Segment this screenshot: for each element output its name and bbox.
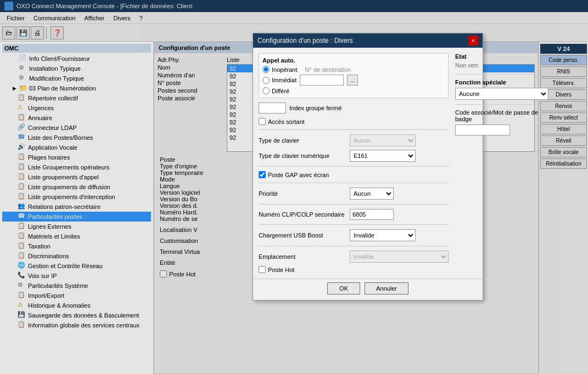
emplacement-label: Emplacement [259, 253, 346, 260]
poste-hot-option[interactable]: Poste Hot [259, 266, 449, 273]
fonction-speciale-select[interactable]: Aucune [455, 88, 548, 100]
poste-gap-label: Poste GAP avec écran [268, 172, 329, 178]
code-associe-input[interactable] [455, 124, 510, 135]
clip-input[interactable] [350, 209, 394, 220]
divider4 [259, 204, 449, 205]
fonction-speciale-label: Fonction spéciale [455, 79, 554, 86]
dialog-ok-button[interactable]: OK [327, 282, 360, 294]
divider1 [259, 129, 449, 130]
clip-row: Numéro CLIP/COLP secondaire [259, 209, 449, 220]
etat-label: Etat [455, 53, 554, 60]
etat-value: Non verr. [455, 61, 554, 70]
index-groupe-input[interactable] [259, 103, 286, 114]
differe-label: Différé [272, 88, 289, 94]
dialog-body: Appel auto. Inopérant N° de destination [253, 48, 483, 279]
divider3 [259, 183, 449, 183]
num-dest-browse-button[interactable]: ... [347, 75, 358, 86]
divider6 [259, 246, 449, 246]
type-clavier-num-row: Type de clavier numérique E161 [259, 150, 449, 162]
divider5 [259, 224, 449, 225]
priorite-row: Priorité Aucun [259, 188, 449, 200]
emplacement-row: Emplacement Invalide [259, 251, 449, 263]
emplacement-select: Invalide [350, 251, 449, 263]
immediat-option[interactable]: Immédiat [262, 77, 296, 84]
differe-radio[interactable] [262, 87, 270, 94]
appel-auto-title: Appel auto. [262, 57, 445, 64]
clip-label: Numéro CLIP/COLP secondaire [259, 211, 346, 218]
inoperant-label: Inopérant [272, 66, 297, 73]
priorite-label: Priorité [259, 190, 346, 197]
acces-sortant-label: Accès sortant [268, 118, 305, 125]
poste-gap-option[interactable]: Poste GAP avec écran [259, 171, 449, 178]
poste-hot-label2: Poste Hot [268, 267, 294, 273]
dialog-title: Configuration d'un poste : Divers [257, 37, 353, 44]
acces-sortant-option[interactable]: Accès sortant [259, 118, 449, 125]
inoperant-option[interactable]: Inopérant [262, 66, 297, 73]
modal-overlay: Configuration d'un poste : Divers × Appe… [0, 0, 588, 374]
inoperant-radio[interactable] [262, 66, 270, 73]
type-clavier-row: Type de clavier Aucun [259, 134, 449, 146]
divider-r1 [455, 74, 554, 75]
poste-gap-checkbox[interactable] [259, 171, 266, 178]
code-associe-label: Code associé/Mot de passe de badge [455, 109, 554, 122]
type-clavier-num-label: Type de clavier numérique [259, 152, 346, 159]
acces-sortant-checkbox[interactable] [259, 118, 266, 125]
immediat-radio[interactable] [262, 77, 270, 84]
dialog-close-button[interactable]: × [468, 36, 478, 46]
index-groupe-label: Index groupe fermé [289, 105, 341, 111]
poste-hot-checkbox2[interactable] [259, 266, 266, 273]
type-clavier-label: Type de clavier [259, 137, 346, 144]
type-clavier-num-select[interactable]: E161 [350, 150, 416, 162]
dialog-footer: OK Annuler [253, 279, 483, 300]
dialog-title-bar: Configuration d'un poste : Divers × [253, 33, 483, 48]
usb-label: Chargement USB Boost [259, 232, 346, 239]
usb-row: Chargement USB Boost Invalide [259, 229, 449, 241]
type-clavier-select: Aucun [350, 134, 416, 146]
usb-select[interactable]: Invalide [350, 229, 416, 241]
divider-r2 [455, 104, 554, 105]
num-dest-input[interactable] [300, 75, 344, 86]
divider2 [259, 166, 449, 167]
differe-option[interactable]: Différé [262, 87, 289, 94]
dialog-annuler-button[interactable]: Annuler [365, 282, 408, 294]
dialog-divers: Configuration d'un poste : Divers × Appe… [253, 33, 483, 301]
priorite-select[interactable]: Aucun [350, 188, 394, 200]
immediat-label: Immédiat [272, 77, 296, 83]
num-dest-label: N° de destination [305, 66, 351, 73]
